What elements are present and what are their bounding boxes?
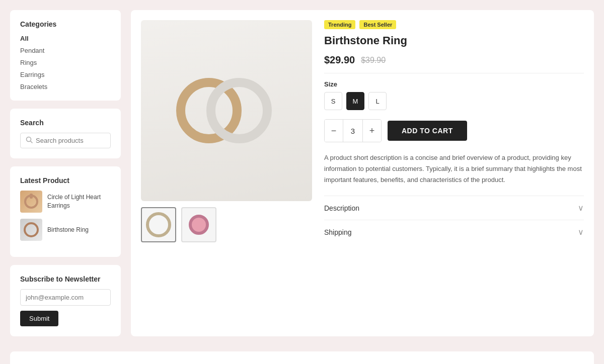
categories-card: Categories All Pendant Rings Earrings [10,10,121,101]
quantity-value: 3 [343,120,363,142]
accordion-description-label: Description [324,204,359,212]
accordion-shipping-label: Shipping [324,228,352,236]
accordion-shipping-header[interactable]: Shipping ∨ [324,227,584,237]
price-original: $39.90 [361,56,386,65]
product-badges: Trending Best Seller [324,20,584,29]
newsletter-submit-button[interactable]: Submit [20,311,58,326]
ring-product-name: Birthstone Ring [47,226,89,234]
product-detail: Trending Best Seller Birthstone Ring $29… [131,10,594,336]
search-box [20,133,111,148]
latest-product-earrings[interactable]: Circle of Light Heart Earrings [20,191,111,213]
product-images [141,20,312,326]
product-title: Birthstone Ring [324,34,584,47]
page-wrapper: Categories All Pendant Rings Earrings [0,0,604,364]
ring-thumbnail [20,219,42,241]
bestseller-badge: Best Seller [359,20,396,29]
product-description: A product short description is a concise… [324,152,584,186]
price-row: $29.90 $39.90 [324,54,584,73]
accordion-description-header[interactable]: Description ∨ [324,203,584,213]
main-product-image [141,20,312,201]
quantity-decrease-button[interactable]: − [325,120,343,142]
sidebar-item-pendant[interactable]: Pendant [20,46,111,54]
earrings-product-name: Circle of Light Heart Earrings [47,193,111,210]
latest-product-ring[interactable]: Birthstone Ring [20,219,111,241]
cart-row: − 3 + ADD TO CART [324,119,584,142]
sidebar-item-all[interactable]: All [20,34,111,42]
size-btn-s[interactable]: S [324,92,342,110]
sidebar: Categories All Pendant Rings Earrings [10,10,121,336]
search-card: Search [10,109,121,158]
accordion-shipping: Shipping ∨ [324,220,584,244]
latest-product-title: Latest Product [20,176,111,185]
search-title: Search [20,119,111,127]
categories-title: Categories [20,20,111,28]
size-btn-m[interactable]: M [346,92,364,110]
accordion-description-chevron: ∨ [578,203,584,213]
sidebar-item-bracelets[interactable]: Bracelets [20,82,111,90]
quantity-increase-button[interactable]: + [363,120,381,142]
latest-product-card: Latest Product Circle of Light Heart Ear… [10,166,121,257]
price-current: $29.90 [324,54,355,66]
product-thumbnails [141,207,312,242]
add-to-cart-button[interactable]: ADD TO CART [388,121,467,141]
newsletter-title: Subscribe to Newsletter [20,275,111,283]
newsletter-card: Subscribe to Newsletter Submit [10,265,121,336]
earrings-thumbnail [20,191,42,213]
size-label: Size [324,80,584,88]
category-list: All Pendant Rings Earrings Bracelets [20,34,111,90]
sidebar-item-rings[interactable]: Rings [20,58,111,66]
svg-line-1 [31,141,33,143]
accordion-shipping-chevron: ∨ [578,227,584,237]
search-icon [26,136,33,145]
main-layout: Categories All Pendant Rings Earrings [10,10,594,336]
quantity-control: − 3 + [324,119,382,142]
best-selling-section: Best Selling Products Trending Best Sell… [10,351,594,364]
size-options: S M L [324,92,584,110]
thumbnail-1[interactable] [141,207,176,242]
thumbnail-2[interactable] [181,207,216,242]
product-info: Trending Best Seller Birthstone Ring $29… [324,20,584,326]
trending-badge: Trending [324,20,355,29]
accordion-description: Description ∨ [324,196,584,220]
newsletter-email-input[interactable] [20,289,111,306]
search-input[interactable] [36,137,105,144]
size-btn-l[interactable]: L [368,92,387,110]
sidebar-item-earrings[interactable]: Earrings [20,70,111,78]
